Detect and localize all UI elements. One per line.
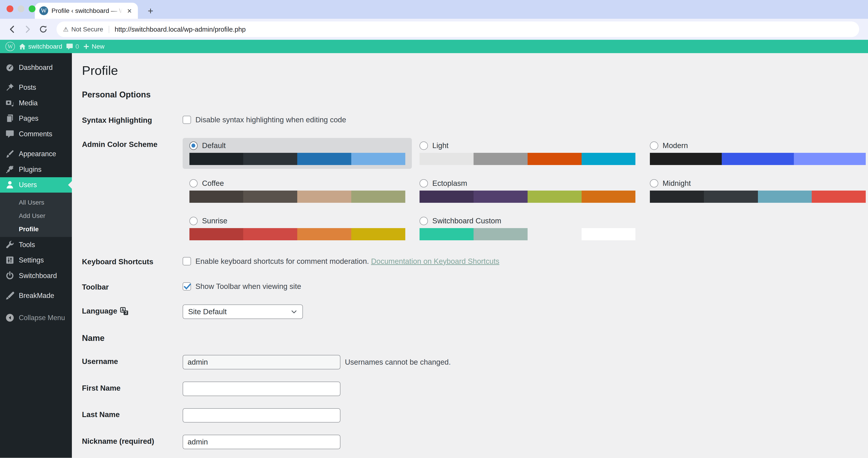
sidebar-item-switchboard[interactable]: Switchboard [0, 268, 72, 283]
color-scheme-radio[interactable] [189, 217, 198, 225]
language-select[interactable]: Site Default [183, 305, 303, 319]
first-name-row: First Name [82, 381, 868, 396]
keyboard-shortcuts-checkbox[interactable] [183, 257, 191, 265]
swatch-segment [528, 153, 582, 165]
color-scheme-option-midnight[interactable]: Midnight [643, 176, 868, 207]
url-bar[interactable]: ⚠ Not Secure http://switchboard.local/wp… [57, 22, 859, 37]
color-scheme-swatch [420, 153, 636, 165]
last-name-row: Last Name [82, 408, 868, 423]
swatch-segment [650, 153, 722, 165]
color-scheme-name: Switchboard Custom [432, 217, 501, 225]
color-scheme-option-sunrise[interactable]: Sunrise [183, 213, 412, 244]
sidebar-item-label: Switchboard [19, 272, 57, 280]
admin-bar-site-link[interactable]: switchboard [19, 43, 62, 50]
swatch-segment [582, 190, 636, 203]
minimize-window-button[interactable] [18, 5, 24, 12]
warning-icon: ⚠ [63, 26, 68, 33]
wordpress-logo-icon[interactable]: W [5, 42, 15, 51]
home-icon [19, 43, 26, 50]
color-scheme-radio[interactable] [420, 179, 428, 188]
dashboard-icon [5, 63, 14, 72]
toolbar-option-label: Show Toolbar when viewing site [195, 282, 301, 291]
sidebar-item-label: BreakMade [19, 292, 54, 300]
sidebar-item-plugins[interactable]: Plugins [0, 162, 72, 177]
color-scheme-radio[interactable] [189, 179, 198, 188]
color-scheme-radio[interactable] [650, 179, 658, 188]
profile-content: Profile Personal Options Syntax Highligh… [72, 53, 868, 458]
color-scheme-radio[interactable] [420, 142, 428, 150]
swatch-segment [528, 190, 582, 203]
reload-icon[interactable] [37, 23, 50, 36]
toolbar-row: Toolbar Show Toolbar when viewing site [82, 280, 868, 292]
submenu-item-add-user[interactable]: Add User [0, 209, 72, 223]
syntax-highlighting-checkbox[interactable] [183, 116, 191, 124]
sidebar-item-label: Settings [19, 256, 44, 264]
color-scheme-option-ectoplasm[interactable]: Ectoplasm [413, 176, 642, 207]
submenu-item-all-users[interactable]: All Users [0, 196, 72, 209]
username-input[interactable] [183, 355, 340, 369]
admin-bar-new-button[interactable]: New [83, 43, 104, 50]
admin-bar-comments[interactable]: 0 [66, 43, 79, 50]
color-scheme-radio[interactable] [189, 142, 198, 150]
sidebar-item-comments[interactable]: Comments [0, 126, 72, 142]
sidebar-item-pages[interactable]: Pages [0, 111, 72, 126]
page-title: Profile [82, 63, 868, 78]
chevron-down-icon [291, 308, 297, 315]
submenu-item-profile[interactable]: Profile [0, 222, 72, 236]
browser-tab[interactable]: W Profile ‹ switchboard — WordP × [35, 3, 138, 19]
sidebar-item-label: Appearance [19, 150, 56, 158]
last-name-label: Last Name [82, 408, 183, 419]
color-scheme-option-coffee[interactable]: Coffee [183, 176, 412, 207]
user-icon [5, 180, 14, 189]
syntax-highlighting-label: Syntax Highlighting [82, 114, 183, 125]
first-name-input[interactable] [183, 381, 340, 396]
color-scheme-option-modern[interactable]: Modern [643, 138, 868, 169]
color-scheme-swatch [189, 228, 405, 240]
sidebar-item-label: Plugins [19, 165, 41, 173]
sidebar-item-users[interactable]: Users [0, 177, 72, 193]
language-select-value: Site Default [188, 307, 227, 316]
not-secure-chip[interactable]: ⚠ Not Secure [63, 26, 109, 33]
new-tab-button[interactable]: + [145, 6, 157, 17]
color-scheme-name: Sunrise [202, 217, 227, 225]
toolbar-checkbox[interactable] [183, 282, 191, 291]
sidebar-item-dashboard[interactable]: Dashboard [0, 60, 72, 75]
swatch-segment [473, 190, 528, 203]
color-scheme-name: Midnight [662, 179, 691, 188]
collapse-menu-label: Collapse Menu [19, 314, 65, 322]
color-scheme-grid: DefaultLightModernCoffeeEctoplasmMidnigh… [183, 138, 868, 244]
nickname-label: Nickname (required) [82, 435, 183, 446]
keyboard-shortcuts-doc-link[interactable]: Documentation on Keyboard Shortcuts [371, 257, 499, 265]
nickname-input[interactable] [183, 435, 340, 449]
sidebar-item-label: Dashboard [19, 63, 53, 71]
swatch-segment [650, 190, 704, 203]
color-scheme-option-default[interactable]: Default [183, 138, 412, 169]
forward-icon[interactable] [21, 23, 34, 36]
tab-close-icon[interactable]: × [126, 6, 133, 15]
color-scheme-swatch [189, 153, 405, 165]
swatch-segment [582, 153, 636, 165]
color-scheme-option-switchboard-custom[interactable]: Switchboard Custom [413, 213, 642, 244]
swatch-segment [297, 153, 351, 165]
color-scheme-radio[interactable] [650, 142, 658, 150]
pushpin-icon [5, 83, 14, 92]
sidebar-item-breakmade[interactable]: BreakMade [0, 288, 72, 303]
sidebar-item-media[interactable]: Media [0, 95, 72, 111]
username-label: Username [82, 355, 183, 366]
nickname-row: Nickname (required) [82, 435, 868, 449]
users-submenu: All UsersAdd UserProfile [0, 193, 72, 237]
sidebar-item-settings[interactable]: Settings [0, 252, 72, 268]
last-name-input[interactable] [183, 408, 340, 423]
zoom-window-button[interactable] [29, 5, 35, 12]
sliders-icon [5, 256, 14, 265]
collapse-menu-button[interactable]: Collapse Menu [0, 310, 72, 326]
sidebar-item-tools[interactable]: Tools [0, 237, 72, 252]
sidebar-item-label: Users [19, 181, 37, 189]
sidebar-item-appearance[interactable]: Appearance [0, 146, 72, 162]
color-scheme-option-light[interactable]: Light [413, 138, 642, 169]
close-window-button[interactable] [6, 5, 13, 12]
color-scheme-radio[interactable] [420, 217, 428, 225]
sidebar-item-posts[interactable]: Posts [0, 80, 72, 95]
back-icon[interactable] [5, 23, 19, 36]
translation-icon [120, 307, 128, 315]
